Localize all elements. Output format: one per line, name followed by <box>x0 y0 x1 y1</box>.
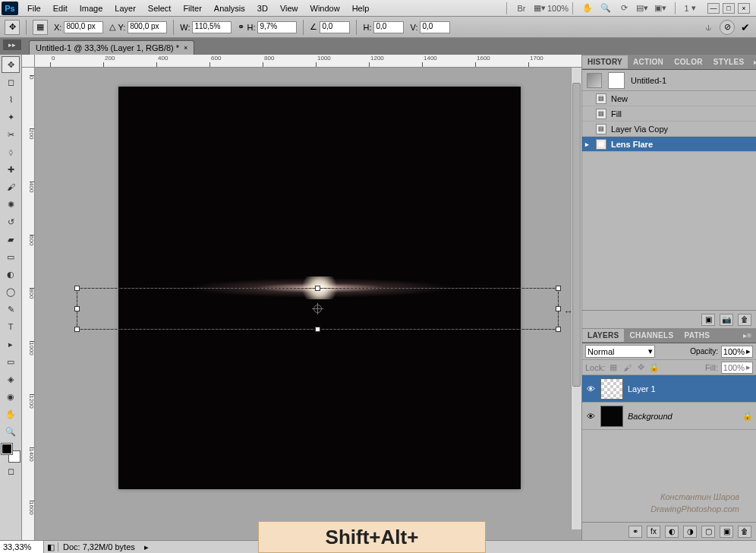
reference-point-icon[interactable]: ▦ <box>33 20 48 35</box>
create-snapshot-button[interactable]: 📷 <box>720 314 733 326</box>
bridge-icon[interactable]: Br <box>515 2 528 15</box>
foreground-color-swatch[interactable] <box>2 444 12 454</box>
hand-tool[interactable]: ✋ <box>2 406 20 422</box>
transform-handle-ml[interactable] <box>74 306 80 311</box>
lock-pixels-icon[interactable]: 🖌 <box>622 362 632 373</box>
layer-name-label[interactable]: Background <box>628 412 673 421</box>
dodge-tool[interactable]: ◯ <box>2 283 20 300</box>
status-zoom-field[interactable]: 33,33% <box>0 541 44 553</box>
layer-row[interactable]: 👁Background🔒 <box>582 403 756 430</box>
transform-tool-icon[interactable]: ✥ <box>5 20 20 35</box>
h-input[interactable]: 9,7% <box>257 21 297 33</box>
quick-select-tool[interactable]: ✦ <box>2 109 20 125</box>
status-expose-icon[interactable]: ◧ <box>47 542 55 552</box>
clone-stamp-tool[interactable]: ✺ <box>2 196 20 213</box>
layer-visibility-icon[interactable]: 👁 <box>585 411 596 422</box>
eyedropper-tool[interactable]: ⎀ <box>2 144 20 160</box>
collapse-panels-icon[interactable]: ▸▸ <box>3 40 21 50</box>
link-layers-button[interactable]: ⚭ <box>628 526 642 538</box>
layer-row[interactable]: 👁Layer 1 <box>582 375 756 403</box>
layer-visibility-icon[interactable]: 👁 <box>585 384 596 394</box>
zoom-tool[interactable]: 🔍 <box>2 423 20 440</box>
ruler-horizontal[interactable]: 020040060080010001200140016001700 <box>35 55 581 68</box>
ruler-origin[interactable] <box>22 55 35 68</box>
menu-select[interactable]: Select <box>142 2 178 15</box>
canvas-viewport[interactable]: ↔ <box>35 68 581 540</box>
menu-layer[interactable]: Layer <box>109 2 142 15</box>
delete-layer-button[interactable]: 🗑 <box>738 526 751 538</box>
window-close[interactable]: × <box>738 3 750 14</box>
new-layer-button[interactable]: ▣ <box>720 526 733 538</box>
ruler-vertical[interactable]: 02004006008001000120014001600 <box>22 68 35 540</box>
menu-edit[interactable]: Edit <box>47 2 74 15</box>
history-brush-source-icon[interactable] <box>587 73 602 88</box>
fill-input[interactable]: 100%▸ <box>721 362 753 374</box>
quick-mask-toggle[interactable]: ◻ <box>2 463 20 479</box>
gradient-tool[interactable]: ▭ <box>2 248 20 265</box>
transform-handle-tc[interactable] <box>315 286 320 291</box>
layer-name-label[interactable]: Layer 1 <box>628 384 656 393</box>
angle-input[interactable]: 0,0 <box>320 21 350 33</box>
path-select-tool[interactable]: ▸ <box>2 336 20 352</box>
menu-analysis[interactable]: Analysis <box>208 2 251 15</box>
warp-mode-icon[interactable]: ⫝ <box>701 21 715 34</box>
layer-thumbnail[interactable] <box>600 378 623 400</box>
blur-tool[interactable]: ◐ <box>2 266 20 283</box>
layer-mask-button[interactable]: ◐ <box>665 526 679 538</box>
lock-position-icon[interactable]: ✥ <box>635 362 646 373</box>
history-brush-tool[interactable]: ↺ <box>2 213 20 230</box>
type-tool[interactable]: T <box>2 318 20 335</box>
transform-handle-br[interactable] <box>556 327 561 332</box>
layer-style-button[interactable]: fx <box>647 526 660 538</box>
shape-tool[interactable]: ▭ <box>2 353 20 370</box>
menu-help[interactable]: Help <box>346 2 376 15</box>
tab-channels[interactable]: CHANNELS <box>624 329 679 342</box>
transform-handle-tr[interactable] <box>556 286 561 291</box>
transform-bounding-box[interactable] <box>77 288 559 330</box>
menu-3d[interactable]: 3D <box>251 2 274 15</box>
canvas-scrollbar-v[interactable] <box>571 68 581 529</box>
crop-tool[interactable]: ✂ <box>2 126 20 143</box>
close-tab-icon[interactable]: × <box>184 44 187 52</box>
3d-tool[interactable]: ◈ <box>2 371 20 387</box>
tab-styles[interactable]: STYLES <box>708 55 750 68</box>
transform-center-point[interactable] <box>313 305 322 313</box>
layer-group-button[interactable]: ▢ <box>701 526 715 538</box>
tab-layers[interactable]: LAYERS <box>582 329 624 342</box>
color-swatches[interactable] <box>2 444 20 462</box>
menu-image[interactable]: Image <box>74 2 109 15</box>
marquee-tool[interactable]: ◻ <box>2 74 20 90</box>
pen-tool[interactable]: ✎ <box>2 301 20 318</box>
layer-thumbnail[interactable] <box>600 406 623 427</box>
window-minimize[interactable]: — <box>707 3 720 14</box>
tab-color[interactable]: COLOR <box>669 55 708 68</box>
w-input[interactable]: 110,5% <box>192 21 232 33</box>
history-snapshot-row[interactable]: Untitled-1 <box>582 70 756 91</box>
workspace-switcher[interactable]: 1 ▾ <box>683 2 697 15</box>
vskew-input[interactable]: 0,0 <box>420 21 450 33</box>
move-tool[interactable]: ✥ <box>2 56 20 73</box>
lock-transparency-icon[interactable]: ▦ <box>608 362 619 373</box>
delete-state-button[interactable]: 🗑 <box>738 314 751 326</box>
transform-handle-bl[interactable] <box>74 327 80 332</box>
screen-mode-icon[interactable]: ▣▾ <box>654 2 667 15</box>
menu-window[interactable]: Window <box>304 2 346 15</box>
lock-all-icon[interactable]: 🔒 <box>649 362 660 373</box>
eraser-tool[interactable]: ▰ <box>2 231 20 248</box>
tab-action[interactable]: ACTION <box>628 55 669 68</box>
3d-camera-tool[interactable]: ◉ <box>2 388 20 405</box>
rotate-view-icon[interactable]: ⟳ <box>617 2 631 15</box>
arrange-docs-icon[interactable]: ▤▾ <box>635 2 649 15</box>
history-item[interactable]: ▤Fill <box>582 106 756 122</box>
healing-brush-tool[interactable]: ✚ <box>2 161 20 178</box>
menu-view[interactable]: View <box>274 2 304 15</box>
blend-mode-select[interactable]: Normal▾ <box>585 345 655 358</box>
transform-handle-tl[interactable] <box>74 286 80 291</box>
x-input[interactable]: 800,0 px <box>64 21 103 33</box>
create-document-from-state-button[interactable]: ▣ <box>701 314 715 326</box>
history-panel-menu[interactable]: ▸≡ <box>749 56 756 68</box>
brush-tool[interactable]: 🖌 <box>2 179 20 195</box>
hskew-input[interactable]: 0,0 <box>373 21 404 33</box>
layers-panel-menu[interactable]: ▸≡ <box>739 330 756 341</box>
opacity-input[interactable]: 100%▸ <box>721 346 753 358</box>
